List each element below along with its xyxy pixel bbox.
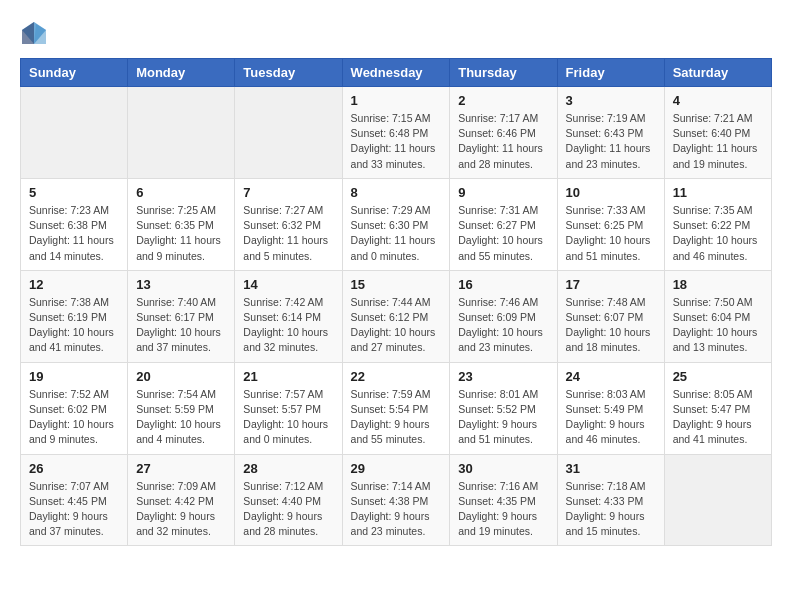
day-info: Sunrise: 7:19 AMSunset: 6:43 PMDaylight:… — [566, 111, 656, 172]
calendar-day-header: Monday — [128, 59, 235, 87]
day-number: 29 — [351, 461, 442, 476]
day-info: Sunrise: 7:09 AMSunset: 4:42 PMDaylight:… — [136, 479, 226, 540]
day-info: Sunrise: 7:07 AMSunset: 4:45 PMDaylight:… — [29, 479, 119, 540]
day-number: 13 — [136, 277, 226, 292]
day-number: 2 — [458, 93, 548, 108]
calendar-cell: 14Sunrise: 7:42 AMSunset: 6:14 PMDayligh… — [235, 270, 342, 362]
day-info: Sunrise: 7:31 AMSunset: 6:27 PMDaylight:… — [458, 203, 548, 264]
day-info: Sunrise: 8:01 AMSunset: 5:52 PMDaylight:… — [458, 387, 548, 448]
day-number: 3 — [566, 93, 656, 108]
day-number: 22 — [351, 369, 442, 384]
day-number: 9 — [458, 185, 548, 200]
calendar-cell: 11Sunrise: 7:35 AMSunset: 6:22 PMDayligh… — [664, 178, 771, 270]
calendar-week-row: 12Sunrise: 7:38 AMSunset: 6:19 PMDayligh… — [21, 270, 772, 362]
day-number: 20 — [136, 369, 226, 384]
calendar-cell: 25Sunrise: 8:05 AMSunset: 5:47 PMDayligh… — [664, 362, 771, 454]
calendar-cell: 22Sunrise: 7:59 AMSunset: 5:54 PMDayligh… — [342, 362, 450, 454]
day-info: Sunrise: 7:17 AMSunset: 6:46 PMDaylight:… — [458, 111, 548, 172]
calendar-cell: 9Sunrise: 7:31 AMSunset: 6:27 PMDaylight… — [450, 178, 557, 270]
day-info: Sunrise: 7:57 AMSunset: 5:57 PMDaylight:… — [243, 387, 333, 448]
calendar: SundayMondayTuesdayWednesdayThursdayFrid… — [20, 58, 772, 546]
calendar-cell: 20Sunrise: 7:54 AMSunset: 5:59 PMDayligh… — [128, 362, 235, 454]
calendar-cell: 13Sunrise: 7:40 AMSunset: 6:17 PMDayligh… — [128, 270, 235, 362]
calendar-cell: 1Sunrise: 7:15 AMSunset: 6:48 PMDaylight… — [342, 87, 450, 179]
day-number: 12 — [29, 277, 119, 292]
calendar-week-row: 1Sunrise: 7:15 AMSunset: 6:48 PMDaylight… — [21, 87, 772, 179]
day-number: 4 — [673, 93, 763, 108]
day-number: 26 — [29, 461, 119, 476]
day-info: Sunrise: 7:33 AMSunset: 6:25 PMDaylight:… — [566, 203, 656, 264]
calendar-header-row: SundayMondayTuesdayWednesdayThursdayFrid… — [21, 59, 772, 87]
day-info: Sunrise: 7:50 AMSunset: 6:04 PMDaylight:… — [673, 295, 763, 356]
logo — [20, 20, 52, 48]
calendar-cell: 5Sunrise: 7:23 AMSunset: 6:38 PMDaylight… — [21, 178, 128, 270]
day-info: Sunrise: 7:48 AMSunset: 6:07 PMDaylight:… — [566, 295, 656, 356]
day-number: 16 — [458, 277, 548, 292]
calendar-day-header: Wednesday — [342, 59, 450, 87]
calendar-day-header: Friday — [557, 59, 664, 87]
calendar-cell: 31Sunrise: 7:18 AMSunset: 4:33 PMDayligh… — [557, 454, 664, 546]
calendar-cell — [21, 87, 128, 179]
calendar-cell: 7Sunrise: 7:27 AMSunset: 6:32 PMDaylight… — [235, 178, 342, 270]
day-info: Sunrise: 7:44 AMSunset: 6:12 PMDaylight:… — [351, 295, 442, 356]
logo-icon — [20, 20, 48, 48]
day-info: Sunrise: 7:25 AMSunset: 6:35 PMDaylight:… — [136, 203, 226, 264]
day-number: 6 — [136, 185, 226, 200]
day-info: Sunrise: 7:52 AMSunset: 6:02 PMDaylight:… — [29, 387, 119, 448]
day-number: 1 — [351, 93, 442, 108]
calendar-cell: 29Sunrise: 7:14 AMSunset: 4:38 PMDayligh… — [342, 454, 450, 546]
day-info: Sunrise: 7:35 AMSunset: 6:22 PMDaylight:… — [673, 203, 763, 264]
calendar-cell: 18Sunrise: 7:50 AMSunset: 6:04 PMDayligh… — [664, 270, 771, 362]
day-number: 31 — [566, 461, 656, 476]
calendar-cell: 30Sunrise: 7:16 AMSunset: 4:35 PMDayligh… — [450, 454, 557, 546]
calendar-cell: 19Sunrise: 7:52 AMSunset: 6:02 PMDayligh… — [21, 362, 128, 454]
calendar-cell: 26Sunrise: 7:07 AMSunset: 4:45 PMDayligh… — [21, 454, 128, 546]
calendar-cell: 2Sunrise: 7:17 AMSunset: 6:46 PMDaylight… — [450, 87, 557, 179]
calendar-cell: 3Sunrise: 7:19 AMSunset: 6:43 PMDaylight… — [557, 87, 664, 179]
calendar-cell: 21Sunrise: 7:57 AMSunset: 5:57 PMDayligh… — [235, 362, 342, 454]
day-number: 5 — [29, 185, 119, 200]
day-info: Sunrise: 7:12 AMSunset: 4:40 PMDaylight:… — [243, 479, 333, 540]
day-info: Sunrise: 8:05 AMSunset: 5:47 PMDaylight:… — [673, 387, 763, 448]
calendar-day-header: Tuesday — [235, 59, 342, 87]
calendar-cell: 24Sunrise: 8:03 AMSunset: 5:49 PMDayligh… — [557, 362, 664, 454]
calendar-day-header: Saturday — [664, 59, 771, 87]
day-info: Sunrise: 7:18 AMSunset: 4:33 PMDaylight:… — [566, 479, 656, 540]
day-info: Sunrise: 7:29 AMSunset: 6:30 PMDaylight:… — [351, 203, 442, 264]
calendar-cell — [664, 454, 771, 546]
day-number: 7 — [243, 185, 333, 200]
calendar-day-header: Thursday — [450, 59, 557, 87]
day-number: 19 — [29, 369, 119, 384]
day-number: 27 — [136, 461, 226, 476]
day-info: Sunrise: 7:14 AMSunset: 4:38 PMDaylight:… — [351, 479, 442, 540]
calendar-week-row: 5Sunrise: 7:23 AMSunset: 6:38 PMDaylight… — [21, 178, 772, 270]
calendar-cell — [235, 87, 342, 179]
day-info: Sunrise: 7:46 AMSunset: 6:09 PMDaylight:… — [458, 295, 548, 356]
calendar-cell: 12Sunrise: 7:38 AMSunset: 6:19 PMDayligh… — [21, 270, 128, 362]
day-number: 28 — [243, 461, 333, 476]
calendar-cell — [128, 87, 235, 179]
day-number: 14 — [243, 277, 333, 292]
calendar-cell: 4Sunrise: 7:21 AMSunset: 6:40 PMDaylight… — [664, 87, 771, 179]
calendar-cell: 6Sunrise: 7:25 AMSunset: 6:35 PMDaylight… — [128, 178, 235, 270]
day-info: Sunrise: 7:27 AMSunset: 6:32 PMDaylight:… — [243, 203, 333, 264]
day-number: 23 — [458, 369, 548, 384]
calendar-cell: 10Sunrise: 7:33 AMSunset: 6:25 PMDayligh… — [557, 178, 664, 270]
day-info: Sunrise: 7:59 AMSunset: 5:54 PMDaylight:… — [351, 387, 442, 448]
calendar-cell: 28Sunrise: 7:12 AMSunset: 4:40 PMDayligh… — [235, 454, 342, 546]
calendar-cell: 15Sunrise: 7:44 AMSunset: 6:12 PMDayligh… — [342, 270, 450, 362]
day-number: 24 — [566, 369, 656, 384]
calendar-cell: 23Sunrise: 8:01 AMSunset: 5:52 PMDayligh… — [450, 362, 557, 454]
calendar-cell: 17Sunrise: 7:48 AMSunset: 6:07 PMDayligh… — [557, 270, 664, 362]
calendar-cell: 27Sunrise: 7:09 AMSunset: 4:42 PMDayligh… — [128, 454, 235, 546]
day-number: 17 — [566, 277, 656, 292]
day-info: Sunrise: 7:40 AMSunset: 6:17 PMDaylight:… — [136, 295, 226, 356]
day-number: 10 — [566, 185, 656, 200]
page-header — [20, 20, 772, 48]
calendar-cell: 8Sunrise: 7:29 AMSunset: 6:30 PMDaylight… — [342, 178, 450, 270]
day-number: 21 — [243, 369, 333, 384]
day-info: Sunrise: 7:16 AMSunset: 4:35 PMDaylight:… — [458, 479, 548, 540]
day-info: Sunrise: 7:54 AMSunset: 5:59 PMDaylight:… — [136, 387, 226, 448]
day-number: 18 — [673, 277, 763, 292]
day-number: 30 — [458, 461, 548, 476]
